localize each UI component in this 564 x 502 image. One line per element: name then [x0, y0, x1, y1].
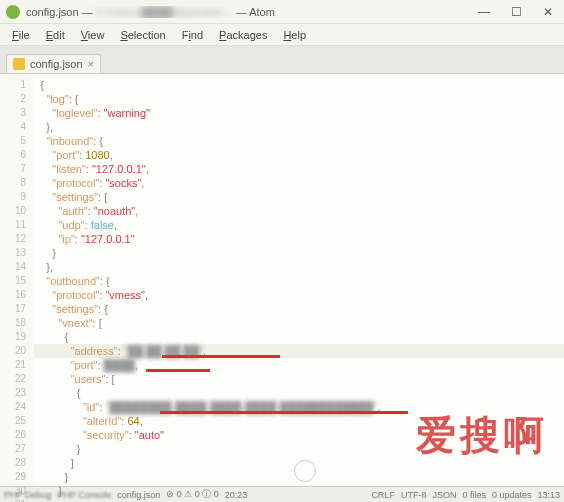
tab-config-json[interactable]: config.json ×: [6, 54, 101, 73]
menu-help[interactable]: Help: [275, 27, 314, 43]
code-area[interactable]: { "log": { "loglevel": "warning" }, "inb…: [34, 74, 564, 486]
close-button[interactable]: ✕: [532, 0, 564, 24]
maximize-button[interactable]: ☐: [500, 0, 532, 24]
menu-packages[interactable]: Packages: [211, 27, 275, 43]
menu-edit[interactable]: Edit: [38, 27, 73, 43]
editor[interactable]: 1234567891011121314151617181920212223242…: [0, 74, 564, 486]
titlebar: config.json — C:\Users\████\AppData\… — …: [0, 0, 564, 24]
json-file-icon: [13, 58, 25, 70]
menubar: File Edit View Selection Find Packages H…: [0, 24, 564, 46]
status-php-debug[interactable]: PHP Debug: [4, 490, 51, 500]
window-title: config.json — C:\Users\████\AppData\… — …: [26, 6, 468, 18]
split-pane-handle-icon[interactable]: [294, 460, 316, 482]
tab-close-icon[interactable]: ×: [88, 58, 94, 70]
menu-view[interactable]: View: [73, 27, 113, 43]
menu-find[interactable]: Find: [174, 27, 211, 43]
menu-file[interactable]: File: [4, 27, 38, 43]
tabbar: config.json ×: [0, 46, 564, 74]
atom-icon: [6, 5, 20, 19]
minimize-button[interactable]: —: [468, 0, 500, 24]
gutter: 1234567891011121314151617181920212223242…: [0, 74, 34, 486]
tab-label: config.json: [30, 58, 83, 70]
menu-selection[interactable]: Selection: [112, 27, 173, 43]
status-php-console[interactable]: PHP Console: [57, 490, 111, 500]
